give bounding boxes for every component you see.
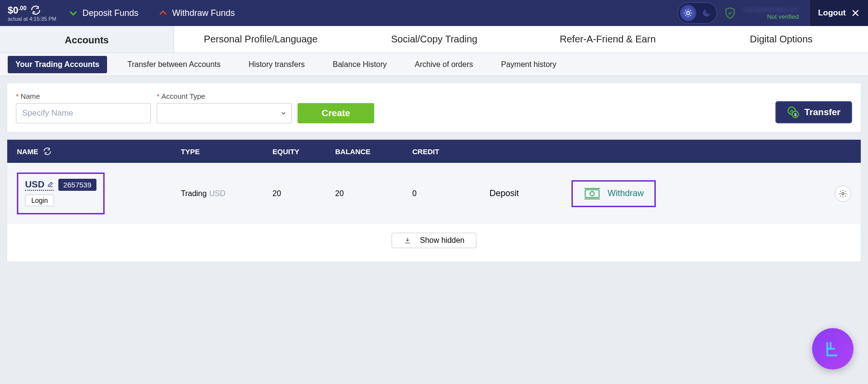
deposit-funds-label: Deposit Funds <box>82 8 138 18</box>
tab-social-trading[interactable]: Social/Copy Trading <box>348 26 521 53</box>
table-header: NAME TYPE EQUITY BALANCE CREDIT <box>7 140 861 163</box>
transfer-label: Transfer <box>804 107 841 118</box>
support-widget-button[interactable] <box>812 328 854 370</box>
withdraw-link-highlight[interactable]: Withdraw <box>571 180 656 207</box>
balance-main: $0 <box>8 5 18 15</box>
user-email: user@example.com <box>743 6 799 13</box>
subtab-history-transfers[interactable]: History transfers <box>241 56 312 73</box>
tab-personal-profile[interactable]: Personal Profile/Language <box>174 26 348 53</box>
account-name-highlight: USD 2657539 Login <box>17 172 105 214</box>
top-bar: $0.00 actual at 4:15:35 PM Deposit Funds… <box>0 0 868 26</box>
download-icon <box>404 237 411 244</box>
chevron-down-icon <box>68 8 79 18</box>
account-type-field-group: *Account Type <box>157 92 292 123</box>
cell-balance: 20 <box>335 189 412 198</box>
account-type-label: *Account Type <box>157 92 292 100</box>
column-credit: CREDIT <box>412 147 489 156</box>
login-button[interactable]: Login <box>25 195 54 206</box>
balance-cents: .00 <box>18 5 27 12</box>
cash-icon <box>583 186 601 201</box>
tab-digital-options[interactable]: Digital Options <box>694 26 868 53</box>
create-button[interactable]: Create <box>298 103 374 123</box>
balance-amount: $0.00 <box>8 5 27 16</box>
balance-timestamp: actual at 4:15:35 PM <box>8 16 56 22</box>
column-balance: BALANCE <box>335 147 412 156</box>
main-nav: Accounts Personal Profile/Language Socia… <box>0 26 868 53</box>
transfer-button[interactable]: B$ Transfer <box>775 101 852 123</box>
edit-icon <box>47 181 54 188</box>
subtab-archive-orders[interactable]: Archive of orders <box>407 56 481 73</box>
close-icon <box>851 8 860 18</box>
gear-icon <box>839 189 847 198</box>
show-hidden-button[interactable]: Show hidden <box>392 233 477 248</box>
verification-status: Not verified <box>767 13 799 20</box>
row-settings-button[interactable] <box>835 185 851 202</box>
svg-point-6 <box>590 191 595 196</box>
theme-light-icon[interactable] <box>680 5 696 21</box>
account-id-badge: 2657539 <box>58 179 96 191</box>
deposit-funds-link[interactable]: Deposit Funds <box>68 8 138 18</box>
column-equity: EQUITY <box>272 147 335 156</box>
refresh-icon[interactable] <box>43 147 52 156</box>
table-row: USD 2657539 Login TradingUSD 20 20 0 Dep… <box>7 163 861 224</box>
account-type-select[interactable] <box>157 103 292 123</box>
accounts-table: NAME TYPE EQUITY BALANCE CREDIT USD 2657… <box>7 139 861 262</box>
svg-point-0 <box>686 12 690 15</box>
svg-point-7 <box>842 192 844 195</box>
shield-check-icon <box>724 7 736 19</box>
widget-logo-icon <box>822 338 844 360</box>
withdraw-label: Withdraw <box>608 188 644 199</box>
show-hidden-label: Show hidden <box>420 236 465 245</box>
withdraw-funds-link[interactable]: Withdraw Funds <box>158 8 235 18</box>
balance-block: $0.00 actual at 4:15:35 PM <box>8 5 56 22</box>
theme-toggle[interactable] <box>678 2 717 24</box>
logout-label: Logout <box>818 8 846 18</box>
withdraw-funds-label: Withdraw Funds <box>172 8 235 18</box>
account-currency-link[interactable]: USD <box>25 179 54 191</box>
cell-equity: 20 <box>272 189 335 198</box>
sub-nav: Your Trading Accounts Transfer between A… <box>0 53 868 76</box>
chevron-up-icon <box>158 8 168 18</box>
transfer-icon: B$ <box>787 106 800 119</box>
refresh-icon[interactable] <box>30 5 41 15</box>
tab-accounts[interactable]: Accounts <box>0 26 174 53</box>
subtab-balance-history[interactable]: Balance History <box>325 56 394 73</box>
tab-refer-friend[interactable]: Refer-A-Friend & Earn <box>521 26 694 53</box>
name-field-group: *Name <box>16 92 151 123</box>
svg-text:$: $ <box>794 112 797 117</box>
logout-button[interactable]: Logout <box>810 0 868 26</box>
cell-type: TradingUSD <box>181 189 272 198</box>
column-type: TYPE <box>181 147 272 156</box>
subtab-payment-history[interactable]: Payment history <box>493 56 564 73</box>
theme-dark-icon[interactable] <box>698 5 715 21</box>
create-account-panel: *Name *Account Type Create B$ Transfer <box>7 83 861 132</box>
cell-credit: 0 <box>412 189 489 198</box>
verification-block[interactable]: user@example.com Not verified <box>743 6 799 20</box>
subtab-trading-accounts[interactable]: Your Trading Accounts <box>8 56 107 73</box>
subtab-transfer-between[interactable]: Transfer between Accounts <box>120 56 228 73</box>
name-input[interactable] <box>16 103 151 123</box>
name-label: *Name <box>16 92 151 100</box>
deposit-link[interactable]: Deposit <box>489 188 571 199</box>
svg-rect-5 <box>585 189 599 197</box>
column-name[interactable]: NAME <box>17 147 181 156</box>
show-hidden-row: Show hidden <box>7 224 861 262</box>
